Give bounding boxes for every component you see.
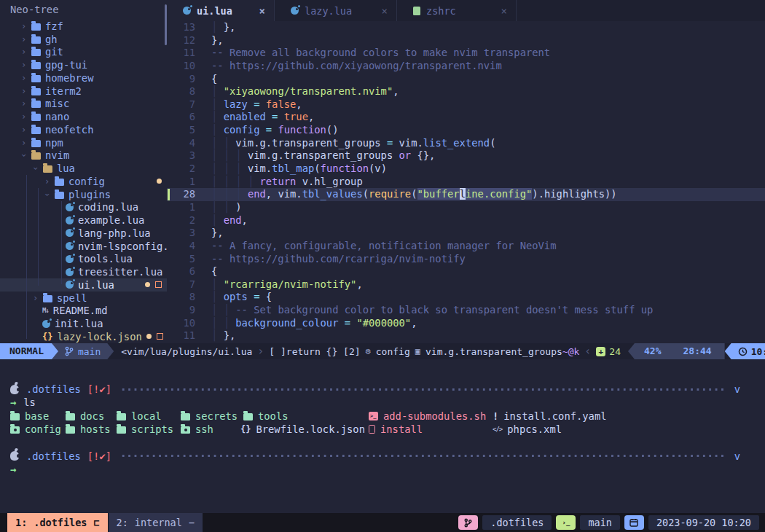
tmux-window-1[interactable]: 1: .dotfiles ⊏	[7, 513, 108, 532]
folder-icon	[117, 413, 126, 420]
ls-entry-add-submodules.sh: add-submodules.sh	[369, 410, 486, 423]
tmux-session-name: .dotfiles	[482, 515, 552, 530]
tree-item-example.lua[interactable]: example.lua	[0, 214, 167, 227]
chevron-icon[interactable]: ›	[20, 98, 27, 109]
close-icon[interactable]: ×	[382, 5, 388, 17]
apple-icon	[10, 451, 19, 461]
tree-item-plugins[interactable]: ›plugins	[0, 188, 167, 201]
breadcrumb: [ ]return {} [2] ⚙ config ▣ vim.g.transp…	[269, 346, 562, 357]
tree-item-spell[interactable]: ›spell	[0, 292, 167, 305]
tree-item-treesitter.lua[interactable]: treesitter.lua	[0, 265, 167, 278]
lua-file-icon	[66, 216, 74, 224]
tree-item-neofetch[interactable]: ›neofetch	[0, 123, 167, 136]
folder-icon	[43, 165, 52, 173]
neotree-sidebar[interactable]: Neo-tree ›fzf›gh›git›gpg-tui›homebrew›it…	[0, 0, 167, 343]
git-branch-segment[interactable]: main	[52, 343, 114, 359]
tree-item-init.lua[interactable]: init.lua	[0, 317, 167, 330]
tree-item-coding.lua[interactable]: coding.lua	[0, 201, 167, 214]
tree-item-fzf[interactable]: ›fzf	[0, 20, 167, 33]
line-number: 6	[167, 111, 195, 124]
line-number: 10	[167, 317, 195, 330]
chevron-icon[interactable]: ›	[20, 21, 27, 31]
vim-mode-indicator: NORMAL	[0, 343, 58, 359]
chevron-icon[interactable]: ›	[20, 47, 27, 57]
tab-zshrc[interactable]: zshrc×	[397, 0, 517, 21]
ls-entry-hosts: hosts	[66, 423, 111, 436]
tab-label: ui.lua	[197, 5, 232, 17]
chevron-icon[interactable]: ›	[20, 112, 27, 122]
tree-item-npm[interactable]: ›npm	[0, 136, 167, 149]
line-number: 2	[167, 214, 195, 227]
tree-item-lua[interactable]: ›lua	[0, 162, 167, 175]
apple-icon	[10, 385, 19, 394]
code-text: │ config = function()	[211, 124, 338, 137]
close-icon[interactable]: ×	[259, 5, 265, 17]
code-line: 5│ config = function()	[167, 124, 765, 137]
code-area[interactable]: 13│ },12},11-- Remove all background col…	[167, 21, 765, 343]
chevron-icon[interactable]: ›	[31, 165, 41, 172]
tab-ui.lua[interactable]: ui.lua×	[167, 0, 275, 21]
code-line: 3│ │ │ vim.g.transparent_groups or {},	[167, 149, 765, 163]
tree-item-lazy-lock.json[interactable]: {}lazy-lock.json	[0, 330, 167, 343]
close-icon[interactable]: ×	[501, 5, 507, 17]
code-text: │ │ │ end, vim.tbl_values(require("buffe…	[211, 188, 617, 201]
code-text: │ end,	[211, 214, 248, 227]
tree-item-ui.lua[interactable]: ui.lua	[0, 278, 167, 292]
tree-item-tools.lua[interactable]: tools.lua	[0, 253, 167, 266]
chevron-icon[interactable]: ›	[20, 125, 27, 135]
tree-item-nvim-lspconfig.[interactable]: nvim-lspconfig.	[0, 240, 167, 253]
git-branch-icon	[65, 346, 74, 356]
calendar-icon	[629, 518, 638, 527]
neotree-title: Neo-tree	[0, 0, 167, 20]
tree-item-label: npm	[45, 137, 63, 149]
tree-item-gh[interactable]: ›gh	[0, 33, 167, 46]
diff-added-count: 24	[609, 346, 621, 357]
tree-item-config[interactable]: ›config	[0, 175, 167, 188]
code-text: │ │ -- Set background color to black so …	[211, 304, 653, 317]
breadcrumb-symbol: [ ]return {} [2]	[269, 346, 360, 357]
code-text: {	[211, 265, 217, 278]
tree-item-README.md[interactable]: M↓README.md	[0, 305, 167, 318]
code-line: 10-- https://github.com/xiyaowong/transp…	[167, 60, 765, 73]
tree-item-lang-php.lua[interactable]: lang-php.lua	[0, 227, 167, 240]
chevron-icon[interactable]: ›	[20, 60, 27, 70]
command-line[interactable]: →	[0, 463, 765, 476]
code-text: │ │ vim.g.transparent_groups = vim.list_…	[211, 137, 495, 150]
folder-icon	[31, 140, 41, 147]
chevron-icon[interactable]: ›	[44, 176, 50, 187]
code-text: │ lazy = false,	[211, 98, 302, 112]
lua-file-icon	[42, 320, 50, 328]
git-badges	[157, 179, 167, 184]
tree-item-homebrew[interactable]: ›homebrew	[0, 71, 167, 85]
tree-item-nvim[interactable]: ›nvim	[0, 149, 167, 163]
line-number: 7	[167, 278, 195, 292]
chevron-icon[interactable]: ›	[20, 86, 27, 96]
line-number: 5	[167, 253, 195, 266]
tree-item-git[interactable]: ›git	[0, 46, 167, 59]
tree-item-nano[interactable]: ›nano	[0, 110, 167, 123]
prompt-right-flag: v	[734, 450, 740, 462]
chevron-icon[interactable]: ›	[20, 73, 27, 83]
code-line: 11-- Remove all background colors to mak…	[167, 47, 765, 60]
chevron-icon[interactable]: ›	[32, 293, 39, 303]
ls-entry-label: docs	[80, 410, 104, 423]
chevron-icon[interactable]: ›	[20, 138, 27, 148]
tree-item-misc[interactable]: ›misc	[0, 98, 167, 111]
shell-pane[interactable]: .dotfiles [!✔] v → ls basedocslocalsecre…	[0, 359, 765, 513]
tree-item-label: misc	[45, 98, 69, 109]
chevron-icon[interactable]: ›	[19, 152, 29, 159]
tree-item-iterm2[interactable]: ›iterm2	[0, 85, 167, 98]
chevron-icon[interactable]: ›	[20, 34, 27, 44]
folder-icon	[31, 101, 41, 108]
code-text: │ │ │ vim.tbl_map(function(v)	[211, 163, 387, 176]
code-text: │ │ )	[211, 201, 242, 214]
tmux-window-2[interactable]: 2: internal −	[109, 513, 203, 532]
ls-entry-install.conf.yaml: !install.conf.yaml	[493, 410, 607, 423]
editor-pane[interactable]: ui.lua×lazy.lua×zshrc× 13│ },12},11-- Re…	[167, 0, 765, 343]
clock-icon	[738, 347, 748, 356]
tree-item-gpg-tui[interactable]: ›gpg-tui	[0, 58, 167, 71]
register-indicator: ~@k	[562, 346, 579, 357]
tab-lazy.lua[interactable]: lazy.lua×	[275, 0, 397, 21]
folder-icon	[31, 114, 41, 121]
chevron-icon[interactable]: ›	[42, 191, 52, 197]
